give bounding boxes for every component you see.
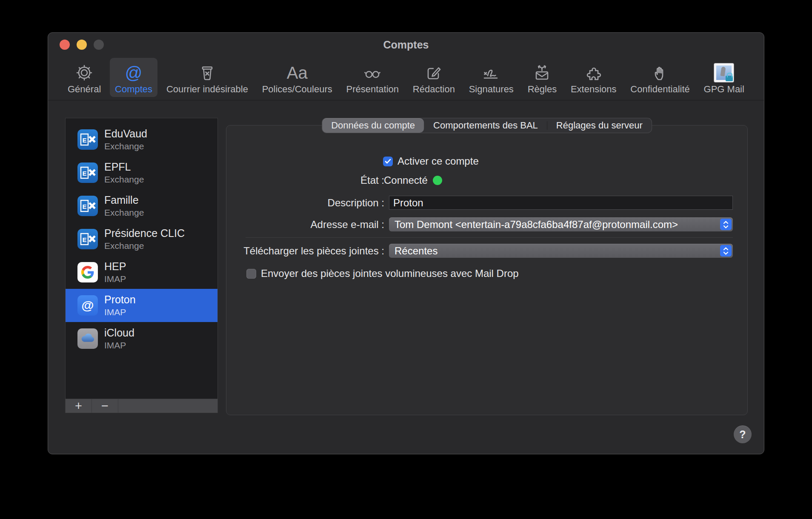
toolbar-item-label: GPG Mail xyxy=(704,84,744,95)
account-tabs: Données du compte Comportements des BAL … xyxy=(322,118,652,133)
exchange-icon: E xyxy=(77,129,98,150)
toolbar-item-general[interactable]: Général xyxy=(63,58,106,97)
attachments-label: Télécharger les pièces jointes : xyxy=(243,245,384,257)
account-protocol: IMAP xyxy=(104,274,126,284)
sidebar-item-famille[interactable]: E Famille Exchange xyxy=(66,189,217,222)
select-stepper-icon xyxy=(720,245,732,257)
junk-trash-icon xyxy=(198,61,217,82)
toolbar-item-label: Présentation xyxy=(346,84,399,95)
svg-text:E: E xyxy=(82,236,86,243)
attachments-value: Récentes xyxy=(389,245,437,257)
svg-text:E: E xyxy=(82,170,86,177)
titlebar: Comptes xyxy=(48,33,764,57)
icloud-icon xyxy=(77,328,98,349)
exchange-icon: E xyxy=(77,229,98,249)
toolbar-item-signatures[interactable]: Signatures xyxy=(464,58,519,97)
section-divider xyxy=(246,237,733,238)
add-account-button[interactable]: + xyxy=(66,399,92,413)
compose-icon xyxy=(424,61,443,82)
toolbar-item-redaction[interactable]: Rédaction xyxy=(408,58,460,97)
account-name: Proton xyxy=(104,294,136,306)
toolbar-item-polices-couleurs[interactable]: Aa Polices/Couleurs xyxy=(257,58,337,97)
remove-account-button[interactable]: − xyxy=(92,399,118,413)
account-name: EPFL xyxy=(104,161,144,173)
at-sign-icon: @ xyxy=(125,61,143,82)
attachments-row: Télécharger les pièces jointes : Récente… xyxy=(226,244,747,258)
exchange-icon: E xyxy=(77,196,98,216)
checkbox-checked-icon xyxy=(383,157,393,166)
preferences-toolbar: Général @ Comptes Courrier indésirable A… xyxy=(48,57,764,100)
account-detail-panel: Données du compte Comportements des BAL … xyxy=(226,125,748,415)
accounts-rows: E EduVaud Exchange E EPFL Exchange E xyxy=(66,118,217,399)
checkbox-unchecked-icon xyxy=(246,269,256,279)
status-label: État : xyxy=(360,174,384,186)
account-protocol: IMAP xyxy=(104,340,134,351)
mail-preferences-window: Comptes Général @ Comptes xyxy=(48,32,764,454)
maildrop-checkbox[interactable]: Envoyer des pièces jointes volumineuses … xyxy=(246,268,519,279)
window-title: Comptes xyxy=(48,39,764,51)
account-protocol: Exchange xyxy=(104,174,144,185)
fonts-aa-icon: Aa xyxy=(287,61,308,82)
toolbar-item-gpg-mail[interactable]: GPG Mail xyxy=(699,58,749,97)
toolbar-item-label: Extensions xyxy=(571,84,617,95)
account-name: Famille xyxy=(104,194,144,206)
sidebar-item-icloud[interactable]: iCloud IMAP xyxy=(66,322,217,355)
email-row: Adresse e-mail : Tom Demont <entertain-a… xyxy=(226,217,747,232)
status-value: Connecté xyxy=(384,174,428,186)
description-field[interactable] xyxy=(389,196,733,210)
glasses-icon xyxy=(363,61,382,82)
account-name: EduVaud xyxy=(104,128,147,140)
google-icon xyxy=(77,262,98,282)
select-stepper-icon xyxy=(720,219,732,230)
toolbar-item-label: Signatures xyxy=(469,84,514,95)
tab-reglages-du-serveur[interactable]: Réglages du serveur xyxy=(547,118,652,133)
account-protocol: IMAP xyxy=(104,307,136,317)
account-protocol: Exchange xyxy=(104,208,144,218)
sidebar-item-epfl[interactable]: E EPFL Exchange xyxy=(66,156,217,189)
attachments-select[interactable]: Récentes xyxy=(389,244,733,258)
sidebar-item-presidence-clic[interactable]: E Présidence CLIC Exchange xyxy=(66,222,217,256)
rules-envelope-icon xyxy=(533,61,552,82)
tab-comportements-des-bal[interactable]: Comportements des BAL xyxy=(424,118,547,133)
enable-account-label: Activer ce compte xyxy=(397,155,479,167)
email-address-select[interactable]: Tom Demont <entertain-a79a8cfa6ba4f87af@… xyxy=(389,217,733,231)
account-name: HEP xyxy=(104,260,126,273)
at-sign-icon: @ xyxy=(77,295,98,316)
toolbar-item-presentation[interactable]: Présentation xyxy=(341,58,404,97)
toolbar-item-label: Règles xyxy=(528,84,557,95)
account-name: Présidence CLIC xyxy=(104,227,185,240)
toolbar-item-label: Polices/Couleurs xyxy=(262,84,332,95)
toolbar-item-label: Confidentialité xyxy=(630,84,689,95)
gear-icon xyxy=(75,61,94,82)
accounts-list: E EduVaud Exchange E EPFL Exchange E xyxy=(65,118,218,413)
account-protocol: Exchange xyxy=(104,241,185,251)
status-row: État : Connecté xyxy=(226,173,747,188)
description-row: Description : xyxy=(226,196,747,210)
exchange-icon: E xyxy=(77,163,98,183)
accounts-list-toolbar: + − xyxy=(66,399,217,413)
maildrop-label: Envoyer des pièces jointes volumineuses … xyxy=(261,268,519,279)
toolbar-item-courrier-indesirable[interactable]: Courrier indésirable xyxy=(161,58,253,97)
email-address-value: Tom Demont <entertain-a79a8cfa6ba4f87af@… xyxy=(389,219,678,231)
help-button[interactable]: ? xyxy=(734,425,752,443)
email-label: Adresse e-mail : xyxy=(311,219,384,231)
tab-donnees-du-compte[interactable]: Données du compte xyxy=(322,118,424,133)
account-name: iCloud xyxy=(104,327,134,339)
status-indicator xyxy=(433,176,442,185)
description-label: Description : xyxy=(328,197,384,209)
sidebar-item-hep[interactable]: HEP IMAP xyxy=(66,256,217,289)
svg-text:E: E xyxy=(82,137,86,144)
hand-icon xyxy=(651,61,669,82)
svg-text:E: E xyxy=(82,203,86,210)
toolbar-item-label: Rédaction xyxy=(413,84,455,95)
toolbar-item-comptes[interactable]: @ Comptes xyxy=(110,58,157,97)
enable-account-checkbox[interactable]: Activer ce compte xyxy=(383,155,479,167)
toolbar-item-label: Général xyxy=(68,84,101,95)
signature-icon xyxy=(482,61,500,82)
sidebar-item-eduvaud[interactable]: E EduVaud Exchange xyxy=(66,123,217,156)
sidebar-item-proton[interactable]: @ Proton IMAP xyxy=(66,289,217,322)
toolbar-item-confidentialite[interactable]: Confidentialité xyxy=(625,58,695,97)
toolbar-item-label: Comptes xyxy=(115,84,152,95)
toolbar-item-extensions[interactable]: Extensions xyxy=(566,58,622,97)
toolbar-item-regles[interactable]: Règles xyxy=(523,58,562,97)
